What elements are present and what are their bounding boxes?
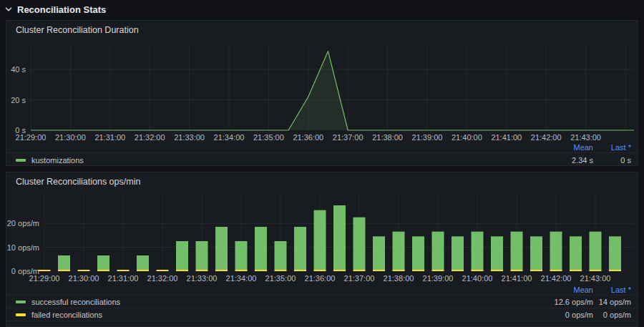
legend-mean-value: 2.34 s (529, 156, 593, 165)
legend-series-label[interactable]: successful reconciliations (16, 298, 529, 306)
svg-text:20 s: 20 s (11, 96, 26, 104)
legend: MeanLast *kustomizations2.34 s0 s (6, 142, 638, 167)
reconciliations-bar-chart[interactable]: 21:29:0021:30:0021:31:0021:32:0021:33:00… (6, 191, 638, 285)
duration-area-chart[interactable]: 21:29:0021:30:0021:31:0021:32:0021:33:00… (6, 39, 638, 142)
svg-text:21:36:00: 21:36:00 (305, 274, 336, 283)
legend: MeanLast *successful reconciliations12.6… (6, 284, 638, 321)
svg-text:21:35:00: 21:35:00 (265, 274, 296, 283)
svg-text:21:41:00: 21:41:00 (502, 274, 532, 283)
svg-text:21:39:00: 21:39:00 (423, 274, 454, 283)
svg-text:21:33:00: 21:33:00 (174, 133, 205, 142)
legend-series-name: failed reconciliations (31, 311, 102, 319)
legend-series-name: kustomizations (31, 156, 84, 165)
legend-sort-last[interactable]: Last * (593, 143, 631, 152)
svg-text:21:43:00: 21:43:00 (570, 133, 601, 142)
legend-last-value: 0 s (593, 156, 631, 165)
legend-mean-value: 0 ops/m (529, 311, 593, 319)
svg-text:21:35:00: 21:35:00 (253, 133, 284, 142)
panel-cluster-reconciliations-opsmin: Cluster Reconciliations ops/min 21:29:00… (6, 172, 638, 327)
series-color-marker-icon (16, 159, 26, 162)
legend-sort-last[interactable]: Last * (593, 285, 631, 294)
section-title: Reconciliation Stats (17, 4, 106, 15)
panel-title[interactable]: Cluster Reconciliation Duration (16, 25, 139, 35)
svg-text:21:37:00: 21:37:00 (344, 274, 375, 283)
legend-series-label[interactable]: failed reconciliations (16, 311, 529, 319)
legend-mean-value: 12.6 ops/m (529, 298, 593, 306)
svg-text:10 ops/m: 10 ops/m (7, 243, 39, 252)
chevron-down-icon (4, 5, 13, 14)
svg-text:0 s: 0 s (15, 126, 26, 135)
svg-text:21:31:00: 21:31:00 (108, 274, 139, 283)
svg-text:21:33:00: 21:33:00 (187, 274, 218, 283)
section-row-header[interactable]: Reconciliation Stats (4, 2, 106, 16)
svg-text:21:36:00: 21:36:00 (293, 133, 323, 142)
legend-series-name: successful reconciliations (31, 298, 120, 306)
svg-text:21:34:00: 21:34:00 (226, 274, 257, 283)
legend-sort-mean[interactable]: Mean (529, 143, 593, 152)
series-color-marker-icon (16, 301, 26, 303)
svg-text:21:41:00: 21:41:00 (491, 133, 522, 142)
series-color-marker-icon (16, 313, 26, 316)
panel-title[interactable]: Cluster Reconciliations ops/min (16, 177, 140, 187)
svg-text:21:34:00: 21:34:00 (214, 133, 245, 142)
svg-text:21:39:00: 21:39:00 (412, 133, 443, 142)
legend-last-value: 14 ops/m (593, 298, 631, 306)
legend-last-value: 0 ops/m (593, 311, 631, 319)
legend-row: successful reconciliations12.6 ops/m14 o… (6, 295, 638, 308)
legend-header-row: MeanLast * (6, 284, 638, 295)
legend-row: failed reconciliations0 ops/m0 ops/m (6, 308, 638, 321)
svg-text:21:38:00: 21:38:00 (384, 274, 414, 283)
svg-text:21:37:00: 21:37:00 (333, 133, 364, 142)
svg-text:21:40:00: 21:40:00 (452, 133, 482, 142)
svg-text:20 ops/m: 20 ops/m (7, 219, 39, 228)
svg-text:0 ops/m: 0 ops/m (11, 267, 39, 275)
svg-text:21:32:00: 21:32:00 (147, 274, 178, 283)
svg-text:21:42:00: 21:42:00 (531, 133, 562, 142)
legend-series-label[interactable]: kustomizations (16, 156, 529, 165)
svg-text:21:43:00: 21:43:00 (580, 274, 611, 283)
legend-header-row: MeanLast * (6, 142, 638, 152)
svg-text:40 s: 40 s (11, 65, 26, 74)
svg-text:21:31:00: 21:31:00 (94, 133, 125, 142)
svg-text:21:30:00: 21:30:00 (55, 133, 86, 142)
svg-text:21:40:00: 21:40:00 (462, 274, 493, 283)
legend-row: kustomizations2.34 s0 s (6, 152, 638, 167)
svg-text:21:38:00: 21:38:00 (372, 133, 403, 142)
svg-text:21:30:00: 21:30:00 (69, 274, 99, 283)
legend-sort-mean[interactable]: Mean (529, 285, 593, 294)
svg-text:21:42:00: 21:42:00 (541, 274, 572, 283)
panel-cluster-reconciliation-duration: Cluster Reconciliation Duration 21:29:00… (6, 20, 638, 166)
svg-text:21:32:00: 21:32:00 (135, 133, 165, 142)
